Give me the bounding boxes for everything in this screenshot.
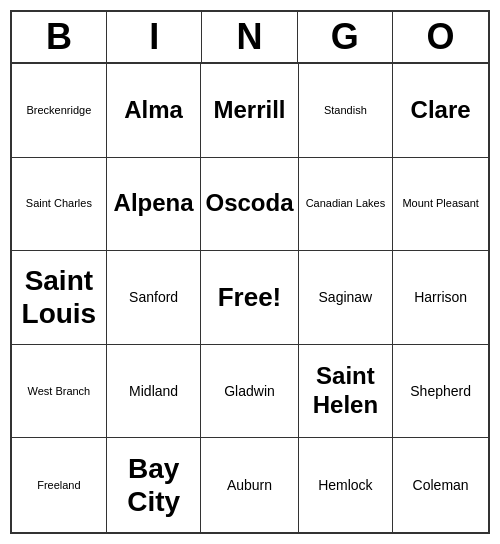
cell-text: Gladwin [224, 383, 275, 400]
cell-r4-c2: Auburn [201, 438, 298, 532]
cell-text: Shepherd [410, 383, 471, 400]
cell-text: Auburn [227, 477, 272, 494]
cell-text: Saint Helen [303, 362, 389, 420]
cell-text: Saginaw [319, 289, 373, 306]
cell-r4-c3: Hemlock [299, 438, 394, 532]
cell-text: Oscoda [205, 189, 293, 218]
cell-text: Freeland [37, 479, 80, 492]
header-letter-b: B [12, 12, 107, 62]
cell-text: Bay City [111, 452, 197, 519]
header-letter-g: G [298, 12, 393, 62]
cell-r3-c4: Shepherd [393, 345, 488, 439]
cell-text: Midland [129, 383, 178, 400]
cell-r2-c0: Saint Louis [12, 251, 107, 345]
cell-r0-c1: Alma [107, 64, 202, 158]
cell-r4-c1: Bay City [107, 438, 202, 532]
cell-r2-c3: Saginaw [299, 251, 394, 345]
cell-text: Alma [124, 96, 183, 125]
cell-r0-c0: Breckenridge [12, 64, 107, 158]
cell-text: Hemlock [318, 477, 372, 494]
cell-text: Saint Charles [26, 197, 92, 210]
header-letter-o: O [393, 12, 488, 62]
cell-text: West Branch [27, 385, 90, 398]
cell-r2-c4: Harrison [393, 251, 488, 345]
cell-r0-c4: Clare [393, 64, 488, 158]
cell-r4-c4: Coleman [393, 438, 488, 532]
cell-r3-c0: West Branch [12, 345, 107, 439]
cell-r1-c2: Oscoda [201, 158, 298, 252]
bingo-header: BINGO [12, 12, 488, 64]
cell-r1-c3: Canadian Lakes [299, 158, 394, 252]
cell-text: Canadian Lakes [306, 197, 386, 210]
cell-text: Harrison [414, 289, 467, 306]
cell-text: Free! [218, 282, 282, 313]
cell-r1-c1: Alpena [107, 158, 202, 252]
cell-r2-c2: Free! [201, 251, 298, 345]
cell-text: Breckenridge [26, 104, 91, 117]
cell-r0-c3: Standish [299, 64, 394, 158]
cell-r1-c0: Saint Charles [12, 158, 107, 252]
cell-r1-c4: Mount Pleasant [393, 158, 488, 252]
cell-text: Clare [411, 96, 471, 125]
cell-text: Merrill [213, 96, 285, 125]
cell-r3-c1: Midland [107, 345, 202, 439]
cell-r3-c3: Saint Helen [299, 345, 394, 439]
cell-text: Coleman [413, 477, 469, 494]
cell-text: Sanford [129, 289, 178, 306]
cell-text: Alpena [114, 189, 194, 218]
header-letter-i: I [107, 12, 202, 62]
cell-text: Mount Pleasant [402, 197, 478, 210]
cell-text: Standish [324, 104, 367, 117]
cell-r4-c0: Freeland [12, 438, 107, 532]
cell-r0-c2: Merrill [201, 64, 298, 158]
bingo-card: BINGO BreckenridgeAlmaMerrillStandishCla… [10, 10, 490, 534]
cell-text: Saint Louis [16, 264, 102, 331]
bingo-grid: BreckenridgeAlmaMerrillStandishClareSain… [12, 64, 488, 532]
header-letter-n: N [202, 12, 297, 62]
cell-r2-c1: Sanford [107, 251, 202, 345]
cell-r3-c2: Gladwin [201, 345, 298, 439]
